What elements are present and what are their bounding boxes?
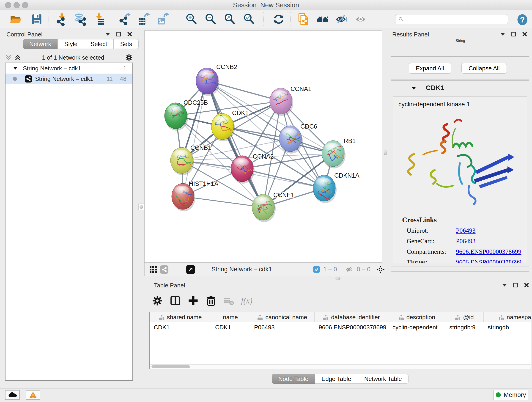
tab-string[interactable]: String <box>456 39 465 43</box>
network-collection-row[interactable]: String Network – cdk1 1 <box>6 63 133 74</box>
column-header-shared-name[interactable]: shared name <box>150 313 211 322</box>
birds-eye-crosshair-icon[interactable] <box>376 265 385 274</box>
table-cell[interactable]: cyclin-dependent ... <box>388 322 445 332</box>
clone-network-icon[interactable] <box>297 13 310 26</box>
tab-network-table[interactable]: Network Table <box>358 374 409 384</box>
collapse-all-button[interactable]: Collapse All <box>462 63 507 74</box>
crosslink-link[interactable]: P06493 <box>456 227 476 237</box>
column-type-icon <box>498 314 504 320</box>
network-edge[interactable] <box>183 81 207 196</box>
table-options-gear-icon[interactable] <box>152 295 163 306</box>
tab-edge-table[interactable]: Edge Table <box>315 374 358 384</box>
node-label: CDC6 <box>300 123 317 130</box>
memory-button[interactable]: Memory <box>494 390 528 400</box>
selected-nodes-checkbox-icon[interactable] <box>313 266 320 273</box>
table-cell[interactable]: CDK1 <box>150 322 211 332</box>
column-header-name[interactable]: name <box>211 313 250 322</box>
panel-float-icon[interactable] <box>513 282 518 288</box>
show-columns-icon[interactable] <box>170 295 181 306</box>
zoom-fit-icon[interactable] <box>224 13 236 26</box>
collection-expander-icon[interactable] <box>13 66 18 71</box>
network-node-rb1[interactable]: RB1 <box>322 138 356 168</box>
panel-float-icon[interactable] <box>511 32 516 37</box>
column-header-namespace[interactable]: namespace <box>484 313 531 322</box>
grid-view-icon[interactable] <box>150 266 157 273</box>
column-header-database-identifier[interactable]: database identifier <box>315 313 388 322</box>
network-graph[interactable]: CCNB2CCNA1CDC25BCDK1CDC6RB1CCNB1CCNA2CDK… <box>145 31 382 262</box>
panel-menu-icon[interactable] <box>502 282 507 288</box>
entry-header[interactable]: CDK1 <box>391 81 529 95</box>
import-network-from-database-icon[interactable] <box>74 13 87 26</box>
bottom-splitter-handle[interactable] <box>336 277 341 280</box>
tab-select[interactable]: Select <box>84 39 114 49</box>
hide-selected-icon[interactable] <box>336 13 348 26</box>
expand-all-button[interactable]: Expand All <box>409 63 451 74</box>
delete-column-trash-icon[interactable] <box>205 295 217 306</box>
network-node-cdk1[interactable]: CDK1 <box>211 109 249 141</box>
tab-network[interactable]: Network <box>23 39 58 49</box>
network-view-mode-icon[interactable] <box>160 265 168 274</box>
right-splitter-handle[interactable] <box>384 150 387 155</box>
export-table-icon[interactable] <box>138 13 150 26</box>
network-node-cdc6[interactable]: CDC6 <box>279 123 317 153</box>
horizontal-scrollbar[interactable] <box>150 364 531 369</box>
import-table-from-file-icon[interactable] <box>93 13 105 26</box>
zoom-in-icon[interactable] <box>185 13 198 26</box>
collapse-all-networks-icon[interactable] <box>14 54 21 61</box>
crosslink-label: GeneCard: <box>407 237 456 248</box>
refresh-layout-icon[interactable] <box>272 13 285 26</box>
table-cell[interactable]: stringdb <box>484 322 531 332</box>
open-session-icon[interactable] <box>9 13 22 26</box>
panel-close-icon[interactable] <box>127 32 133 37</box>
warnings-button[interactable] <box>26 390 40 400</box>
panel-menu-icon[interactable] <box>500 32 505 37</box>
export-image-icon[interactable] <box>157 13 170 26</box>
network-options-gear-icon[interactable] <box>125 54 133 61</box>
table-cell[interactable]: P06493 <box>250 322 315 332</box>
network-node-ccne1[interactable]: CCNE1 <box>252 191 294 222</box>
network-node-cdc25b[interactable]: CDC25B <box>165 99 208 131</box>
column-header-canonical-name[interactable]: canonical name <box>250 313 315 322</box>
network-view-canvas[interactable]: CCNB2CCNA1CDC25BCDK1CDC6RB1CCNB1CCNA2CDK… <box>144 31 382 263</box>
create-column-plus-icon[interactable] <box>187 295 199 306</box>
expand-all-networks-icon[interactable] <box>5 54 12 61</box>
network-row-selected[interactable]: String Network – cdk1 11 48 <box>6 74 133 84</box>
table-cell[interactable]: CDK1 <box>211 322 250 332</box>
crosslink-link[interactable]: 9606.ENSP00000378699 <box>456 248 521 259</box>
control-panel-tabs: NetworkStyleSelectSets <box>23 39 139 49</box>
tab-node-table[interactable]: Node Table <box>272 374 315 384</box>
table-cell[interactable]: stringdb:9... <box>445 322 484 332</box>
network-node-cdkn1a[interactable]: CDKN1A <box>313 172 360 203</box>
show-all-views-icon[interactable] <box>316 13 329 26</box>
scrollbar-thumb[interactable] <box>152 365 190 368</box>
crosslink-link[interactable]: P06493 <box>456 237 476 248</box>
column-header-description[interactable]: description <box>388 313 445 322</box>
left-splitter-handle[interactable] <box>138 204 144 211</box>
save-session-icon[interactable] <box>30 13 43 26</box>
network-node-ccnb2[interactable]: CCNB2 <box>196 64 237 96</box>
search-input[interactable] <box>404 16 508 23</box>
show-hidden-icon[interactable] <box>355 13 367 26</box>
tab-style[interactable]: Style <box>57 39 84 49</box>
cloud-button[interactable] <box>5 390 20 400</box>
zoom-out-icon[interactable] <box>204 13 217 26</box>
panel-menu-icon[interactable] <box>105 32 110 37</box>
table-cell[interactable]: 9606.ENSP00000378699 <box>315 322 388 332</box>
column-header--id[interactable]: @id <box>445 313 484 322</box>
table-row[interactable]: CDK1CDK1P064939606.ENSP00000378699cyclin… <box>150 322 531 332</box>
entry-collapse-icon[interactable] <box>411 85 417 91</box>
network-node-ccna2[interactable]: CCNA2 <box>231 153 274 184</box>
network-node-ccnb1[interactable]: CCNB1 <box>171 144 211 175</box>
zoom-selected-icon[interactable] <box>243 13 256 26</box>
help-icon[interactable]: ? <box>516 13 529 26</box>
panel-close-icon[interactable] <box>522 32 527 37</box>
tab-sets[interactable]: Sets <box>114 39 139 49</box>
import-network-from-file-icon[interactable] <box>55 13 68 26</box>
panel-float-icon[interactable] <box>116 32 121 37</box>
node-label: CCNA1 <box>291 85 312 92</box>
crosslink-link[interactable]: 9606.ENSP00000378699 <box>456 259 521 263</box>
detach-view-icon[interactable] <box>186 265 195 274</box>
export-network-icon[interactable] <box>118 13 131 26</box>
panel-close-icon[interactable] <box>524 282 529 288</box>
network-node-hist1h1a[interactable]: HIST1H1A <box>172 180 218 211</box>
